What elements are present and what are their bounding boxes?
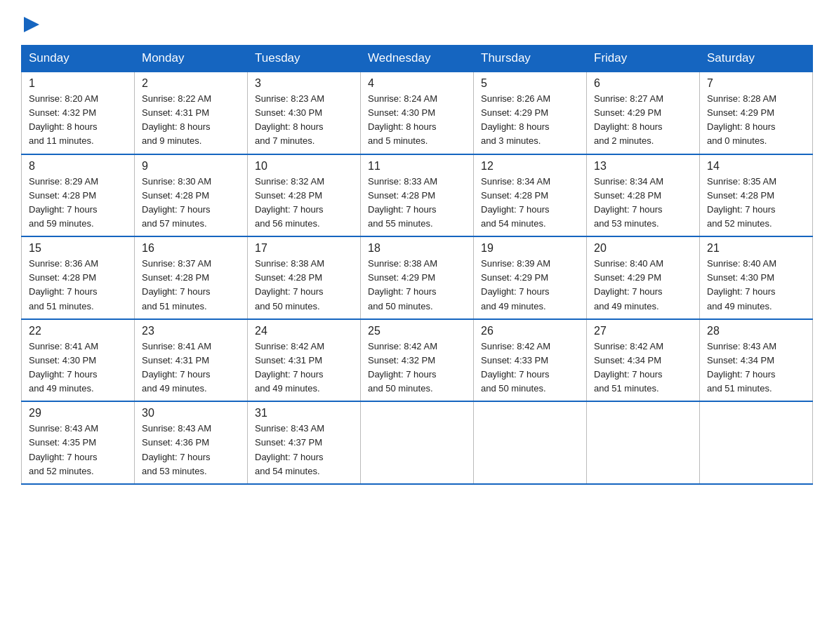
daylight-text: Daylight: 7 hours <box>481 286 550 297</box>
sunrise-text: Sunrise: 8:40 AM <box>707 258 776 269</box>
daylight-text: Daylight: 7 hours <box>368 204 437 215</box>
daylight-text2: and 53 minutes. <box>142 466 207 476</box>
day-info: Sunrise: 8:41 AM Sunset: 4:30 PM Dayligh… <box>29 340 127 396</box>
day-number: 7 <box>707 77 805 90</box>
daylight-text: Daylight: 7 hours <box>142 204 211 215</box>
daylight-text2: and 54 minutes. <box>255 466 320 476</box>
day-number: 10 <box>255 160 353 173</box>
day-number: 18 <box>368 242 466 255</box>
sunset-text: Sunset: 4:28 PM <box>481 190 548 201</box>
day-info: Sunrise: 8:36 AM Sunset: 4:28 PM Dayligh… <box>29 257 127 314</box>
sunrise-text: Sunrise: 8:36 AM <box>29 258 98 269</box>
day-of-week-tuesday: Tuesday <box>248 46 361 72</box>
calendar-cell <box>361 401 474 484</box>
day-info: Sunrise: 8:42 AM Sunset: 4:31 PM Dayligh… <box>255 340 353 396</box>
daylight-text2: and 3 minutes. <box>481 135 541 146</box>
calendar-cell: 31 Sunrise: 8:43 AM Sunset: 4:37 PM Dayl… <box>248 401 361 484</box>
daylight-text2: and 49 minutes. <box>594 301 659 311</box>
day-number: 9 <box>142 160 240 173</box>
sunset-text: Sunset: 4:33 PM <box>481 355 548 365</box>
logo-arrow-icon <box>24 17 39 35</box>
daylight-text2: and 50 minutes. <box>368 383 433 394</box>
calendar-cell: 8 Sunrise: 8:29 AM Sunset: 4:28 PM Dayli… <box>22 154 135 237</box>
sunset-text: Sunset: 4:28 PM <box>29 272 96 283</box>
daylight-text: Daylight: 7 hours <box>368 369 437 380</box>
day-info: Sunrise: 8:26 AM Sunset: 4:29 PM Dayligh… <box>481 92 579 149</box>
day-number: 1 <box>29 77 127 90</box>
daylight-text2: and 56 minutes. <box>255 218 320 229</box>
sunset-text: Sunset: 4:29 PM <box>707 107 774 118</box>
sunset-text: Sunset: 4:30 PM <box>29 355 96 365</box>
calendar-cell: 3 Sunrise: 8:23 AM Sunset: 4:30 PM Dayli… <box>248 72 361 154</box>
sunrise-text: Sunrise: 8:32 AM <box>255 176 324 187</box>
sunset-text: Sunset: 4:28 PM <box>707 190 774 201</box>
calendar-cell: 16 Sunrise: 8:37 AM Sunset: 4:28 PM Dayl… <box>135 236 248 319</box>
daylight-text2: and 52 minutes. <box>29 466 94 476</box>
sunset-text: Sunset: 4:28 PM <box>368 190 435 201</box>
day-number: 11 <box>368 160 466 173</box>
day-info: Sunrise: 8:28 AM Sunset: 4:29 PM Dayligh… <box>707 92 805 149</box>
day-info: Sunrise: 8:39 AM Sunset: 4:29 PM Dayligh… <box>481 257 579 314</box>
calendar-cell: 15 Sunrise: 8:36 AM Sunset: 4:28 PM Dayl… <box>22 236 135 319</box>
day-number: 25 <box>368 325 466 337</box>
day-of-week-sunday: Sunday <box>22 46 135 72</box>
day-info: Sunrise: 8:43 AM Sunset: 4:37 PM Dayligh… <box>255 422 353 478</box>
day-number: 13 <box>594 160 692 173</box>
day-number: 31 <box>255 407 353 420</box>
sunset-text: Sunset: 4:31 PM <box>255 355 322 365</box>
sunrise-text: Sunrise: 8:43 AM <box>255 423 324 434</box>
daylight-text2: and 59 minutes. <box>29 218 94 229</box>
daylight-text: Daylight: 7 hours <box>29 369 98 380</box>
day-of-week-monday: Monday <box>135 46 248 72</box>
day-info: Sunrise: 8:43 AM Sunset: 4:35 PM Dayligh… <box>29 422 127 478</box>
calendar-cell: 4 Sunrise: 8:24 AM Sunset: 4:30 PM Dayli… <box>361 72 474 154</box>
day-info: Sunrise: 8:20 AM Sunset: 4:32 PM Dayligh… <box>29 92 127 149</box>
daylight-text2: and 57 minutes. <box>142 218 207 229</box>
daylight-text: Daylight: 7 hours <box>707 286 776 297</box>
sunset-text: Sunset: 4:29 PM <box>481 107 548 118</box>
calendar-cell: 24 Sunrise: 8:42 AM Sunset: 4:31 PM Dayl… <box>248 319 361 402</box>
calendar-cell: 1 Sunrise: 8:20 AM Sunset: 4:32 PM Dayli… <box>22 72 135 154</box>
sunrise-text: Sunrise: 8:41 AM <box>142 341 211 351</box>
daylight-text2: and 49 minutes. <box>142 383 207 394</box>
calendar-week-row: 29 Sunrise: 8:43 AM Sunset: 4:35 PM Dayl… <box>22 401 813 484</box>
calendar-table: SundayMondayTuesdayWednesdayThursdayFrid… <box>21 45 813 485</box>
sunrise-text: Sunrise: 8:42 AM <box>368 341 437 351</box>
daylight-text2: and 51 minutes. <box>594 383 659 394</box>
daylight-text: Daylight: 8 hours <box>594 121 663 132</box>
calendar-cell: 26 Sunrise: 8:42 AM Sunset: 4:33 PM Dayl… <box>474 319 587 402</box>
calendar-cell: 18 Sunrise: 8:38 AM Sunset: 4:29 PM Dayl… <box>361 236 474 319</box>
day-number: 21 <box>707 242 805 255</box>
daylight-text: Daylight: 7 hours <box>29 286 98 297</box>
sunrise-text: Sunrise: 8:27 AM <box>594 93 663 104</box>
day-info: Sunrise: 8:22 AM Sunset: 4:31 PM Dayligh… <box>142 92 240 149</box>
sunrise-text: Sunrise: 8:33 AM <box>368 176 437 187</box>
calendar-cell: 28 Sunrise: 8:43 AM Sunset: 4:34 PM Dayl… <box>700 319 813 402</box>
calendar-week-row: 22 Sunrise: 8:41 AM Sunset: 4:30 PM Dayl… <box>22 319 813 402</box>
day-info: Sunrise: 8:43 AM Sunset: 4:34 PM Dayligh… <box>707 340 805 396</box>
calendar-cell: 12 Sunrise: 8:34 AM Sunset: 4:28 PM Dayl… <box>474 154 587 237</box>
sunset-text: Sunset: 4:29 PM <box>594 107 661 118</box>
calendar-cell: 6 Sunrise: 8:27 AM Sunset: 4:29 PM Dayli… <box>587 72 700 154</box>
daylight-text: Daylight: 8 hours <box>29 121 98 132</box>
sunrise-text: Sunrise: 8:40 AM <box>594 258 663 269</box>
calendar-header-row: SundayMondayTuesdayWednesdayThursdayFrid… <box>22 46 813 72</box>
sunset-text: Sunset: 4:29 PM <box>368 272 435 283</box>
sunrise-text: Sunrise: 8:26 AM <box>481 93 550 104</box>
daylight-text2: and 50 minutes. <box>481 383 546 394</box>
daylight-text: Daylight: 7 hours <box>481 369 550 380</box>
day-info: Sunrise: 8:34 AM Sunset: 4:28 PM Dayligh… <box>481 175 579 232</box>
day-info: Sunrise: 8:32 AM Sunset: 4:28 PM Dayligh… <box>255 175 353 232</box>
daylight-text: Daylight: 8 hours <box>368 121 437 132</box>
daylight-text: Daylight: 7 hours <box>368 286 437 297</box>
sunrise-text: Sunrise: 8:42 AM <box>255 341 324 351</box>
sunrise-text: Sunrise: 8:28 AM <box>707 93 776 104</box>
calendar-cell: 29 Sunrise: 8:43 AM Sunset: 4:35 PM Dayl… <box>22 401 135 484</box>
day-number: 26 <box>481 325 579 337</box>
sunset-text: Sunset: 4:32 PM <box>368 355 435 365</box>
day-number: 6 <box>594 77 692 90</box>
calendar-cell: 22 Sunrise: 8:41 AM Sunset: 4:30 PM Dayl… <box>22 319 135 402</box>
page-header <box>21 14 813 35</box>
day-info: Sunrise: 8:38 AM Sunset: 4:28 PM Dayligh… <box>255 257 353 314</box>
day-info: Sunrise: 8:33 AM Sunset: 4:28 PM Dayligh… <box>368 175 466 232</box>
